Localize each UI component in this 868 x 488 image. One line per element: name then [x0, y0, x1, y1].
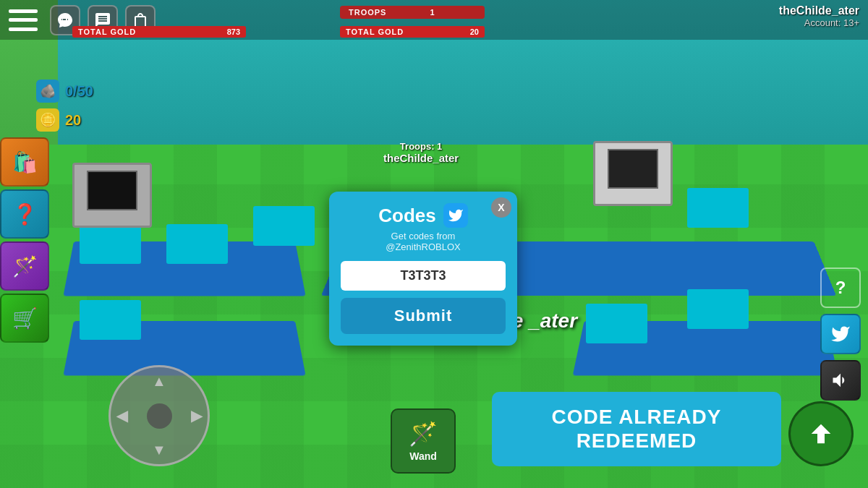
up-arrow-icon	[807, 419, 835, 448]
teal-pad-2	[166, 224, 228, 264]
gold-bar-left-container: TOTAL GOLD 873	[72, 26, 246, 38]
gems-value: 0/50	[65, 83, 93, 100]
computer-screen-right	[608, 149, 658, 189]
gold-bar-right-container: TOTAL GOLD 20	[340, 26, 485, 38]
twitter-icon-modal	[448, 207, 464, 223]
code-input-field[interactable]	[341, 261, 506, 291]
troops-label-bar: TROOPS	[349, 8, 386, 17]
username-text: theChilde_ater	[779, 4, 859, 17]
help-button[interactable]: ❓	[0, 189, 49, 239]
modal-twitter-button[interactable]	[443, 203, 468, 228]
hamburger-line-3	[9, 27, 38, 31]
dpad-left-arrow[interactable]: ◀	[116, 407, 127, 424]
hamburger-line-1	[9, 9, 38, 13]
troops-bar-container: TROOPS 1	[340, 6, 485, 19]
dpad-up-arrow[interactable]: ▲	[152, 373, 166, 390]
modal-subtitle: Get codes from @ZenithROBLOX	[341, 231, 506, 252]
gold-item: 🪙 20	[36, 108, 93, 132]
wand-button[interactable]: 🪄 Wand	[391, 408, 456, 474]
wand-label: Wand	[409, 450, 437, 462]
resource-counter: 🪨 0/50 🪙 20	[36, 80, 93, 132]
right-sidebar: ?	[820, 267, 861, 401]
magic-button[interactable]: 🪄	[0, 241, 49, 291]
player-label: Troops: 1 theChilde_ater	[383, 141, 459, 164]
gems-icon: 🪨	[36, 80, 59, 103]
dpad-center	[147, 403, 172, 429]
up-arrow-button[interactable]	[788, 401, 854, 466]
question-button[interactable]: ?	[820, 267, 861, 308]
player-name-label: theChilde_ater	[383, 152, 459, 164]
dpad-circle[interactable]: ▲ ▼ ◀ ▶	[109, 365, 210, 466]
troops-label: Troops: 1	[383, 141, 459, 152]
account-info: Account: 13+	[779, 17, 859, 28]
hamburger-menu[interactable]	[9, 9, 38, 31]
sound-button[interactable]	[820, 360, 861, 401]
computer-left	[72, 163, 152, 228]
computer-right	[593, 141, 673, 206]
shop-button[interactable]: 🛍️	[0, 137, 49, 187]
teal-pad-5	[687, 188, 749, 228]
computer-screen-left	[87, 171, 137, 210]
wand-icon: 🪄	[409, 420, 438, 448]
teal-pad-9	[687, 289, 749, 329]
gold-label-right: TOTAL GOLD	[346, 27, 404, 36]
codes-modal: X Codes Get codes from @ZenithROBLOX Sub…	[329, 192, 517, 346]
chat-icon	[56, 12, 74, 29]
twitter-icon-right	[830, 324, 851, 344]
dpad-right-arrow[interactable]: ▶	[191, 407, 202, 424]
gold-icon: 🪙	[36, 108, 59, 132]
teal-pad-3	[253, 206, 315, 246]
modal-header: X Codes	[341, 203, 506, 228]
hamburger-line-2	[9, 18, 38, 22]
submit-button[interactable]: Submit	[341, 298, 506, 334]
modal-close-button[interactable]: X	[491, 197, 511, 218]
troops-value: 1	[430, 8, 434, 17]
code-redeemed-text: CODE ALREADYREDEEMED	[552, 405, 722, 453]
teal-pad-1	[80, 224, 141, 264]
teal-pad-8	[586, 304, 647, 343]
gems-item: 🪨 0/50	[36, 80, 93, 103]
code-redeemed-notification: CODE ALREADYREDEEMED	[492, 392, 781, 466]
dpad-down-arrow[interactable]: ▼	[152, 442, 166, 458]
gold-coins-value: 20	[65, 112, 81, 129]
dpad-control[interactable]: ▲ ▼ ◀ ▶	[109, 365, 210, 466]
sound-icon	[830, 370, 851, 390]
gold-value-left: 873	[227, 27, 240, 36]
modal-title: Codes	[378, 205, 435, 227]
gold-label-left: TOTAL GOLD	[78, 27, 136, 36]
left-sidebar: 🛍️ ❓ 🪄 🛒	[0, 137, 49, 343]
username-display: theChilde_ater Account: 13+	[779, 4, 859, 28]
teal-pad-7	[80, 300, 141, 340]
twitter-button-right[interactable]	[820, 314, 861, 354]
gold-value-right: 20	[470, 27, 479, 36]
cart-button[interactable]: 🛒	[0, 294, 49, 343]
